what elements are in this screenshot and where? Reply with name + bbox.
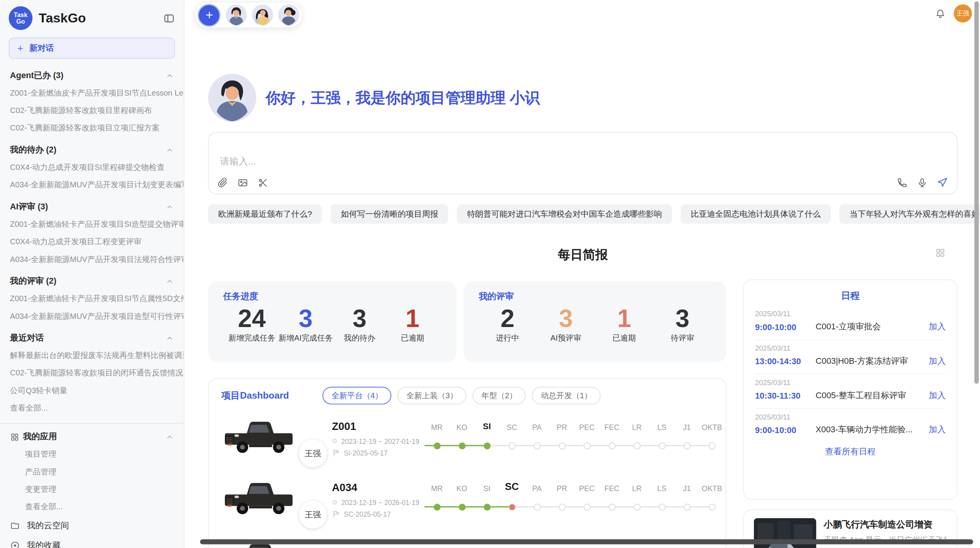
schedule-time: 9:00-10:00: [755, 322, 816, 331]
sidebar-list-item[interactable]: Z001-全新燃油轻卡产品开发项目SI造型提交物评审: [0, 216, 184, 233]
sidebar-toggle-icon[interactable]: [163, 12, 175, 24]
milestone-dot-j1[interactable]: [684, 442, 690, 449]
chevron-up-icon[interactable]: [166, 146, 174, 154]
my-apps-header[interactable]: 我的应用: [0, 428, 184, 446]
milestone-dot-ls[interactable]: [658, 503, 665, 510]
join-button[interactable]: 加入: [929, 424, 946, 435]
assistant-avatar-1[interactable]: [226, 4, 247, 26]
sidebar-list-item[interactable]: A034-全新新能源MUV产品开发项目法规符合性评审: [0, 251, 184, 268]
milestone-dot-sc[interactable]: [509, 442, 516, 449]
add-assistant-button[interactable]: [197, 3, 221, 27]
paperclip-icon: [218, 178, 228, 188]
dashboard-filter-chip[interactable]: 全新平台（4）: [323, 387, 392, 404]
screenshot-button[interactable]: [257, 178, 268, 188]
milestone-dot-oktb[interactable]: [708, 503, 715, 510]
taskgo-logo: Task Go: [9, 6, 33, 30]
milestone-label-j1: J1: [673, 423, 701, 432]
sidebar-list-item[interactable]: 公司Q3轻卡销量: [0, 382, 184, 399]
milestone-dot-fec[interactable]: [608, 503, 615, 510]
milestone-dot-ls[interactable]: [658, 442, 665, 449]
sidebar-group-3-header[interactable]: 我的评审 (2): [0, 272, 184, 290]
milestone-dot-j1[interactable]: [684, 503, 690, 510]
user-avatar[interactable]: 王强: [954, 4, 972, 22]
schedule-name: C005-整车工程目标评审: [816, 390, 929, 401]
sidebar-list-item[interactable]: Z001-全新燃油皮卡产品开发项目SI节点Lesson Learn报告: [0, 84, 184, 102]
assistant-avatar-3[interactable]: [278, 4, 300, 26]
milestone-label-si: SI: [473, 422, 500, 431]
attachment-button[interactable]: [218, 178, 228, 188]
sidebar-list-item[interactable]: Z001-全新燃油轻卡产品开发项目SI节点属性5D文件评审: [0, 290, 184, 307]
milestone-dot-si[interactable]: [483, 442, 490, 449]
new-chat-button[interactable]: 新对话: [9, 38, 175, 59]
milestone-dot-lr[interactable]: [634, 503, 641, 510]
sidebar-list-item[interactable]: C0X4-动力总成开发项目SI里程碑提交物检查: [0, 159, 184, 176]
milestone-dot-si[interactable]: [483, 503, 490, 510]
chevron-up-icon[interactable]: [166, 334, 174, 342]
sidebar-item-cloud-space[interactable]: 我的云空间: [0, 515, 184, 536]
milestone-dot-pec[interactable]: [583, 442, 590, 449]
sidebar-list-item[interactable]: A034-全新新能源MUV产品开发项目造型可行性评审: [0, 307, 184, 325]
recent-chats-header[interactable]: 最近对话: [0, 329, 184, 347]
sidebar-group-0-header[interactable]: Agent已办 (3): [0, 66, 184, 84]
suggestion-chip[interactable]: 如何写一份清晰的项目周报: [331, 204, 449, 224]
project-flag: SC-2025-05-17: [332, 510, 419, 518]
sidebar-list-item[interactable]: 变更管理: [0, 481, 184, 498]
suggestion-chip[interactable]: 当下年轻人对汽车外观有怎样的喜好趋势: [840, 204, 980, 224]
notification-bell-icon[interactable]: [935, 7, 946, 19]
sidebar-list-item[interactable]: C02-飞腾新能源轻客改款项目立项汇报方案: [0, 119, 184, 137]
chat-input[interactable]: [219, 155, 784, 167]
milestone-dot-mr[interactable]: [433, 503, 440, 510]
suggestion-chip[interactable]: 比亚迪全固态电池计划具体说了什么: [681, 204, 831, 224]
milestone-dot-pa[interactable]: [533, 503, 540, 510]
sidebar-list-item[interactable]: 项目管理: [0, 445, 184, 463]
chevron-up-icon[interactable]: [166, 433, 174, 441]
vertical-scrollbar[interactable]: [974, 1, 978, 384]
milestone-dot-ko[interactable]: [458, 442, 465, 449]
dashboard-filter-chip[interactable]: 全新上装（3）: [398, 387, 467, 404]
join-button[interactable]: 加入: [929, 321, 946, 332]
milestone-dot-pa[interactable]: [533, 442, 540, 449]
image-upload-button[interactable]: [238, 178, 248, 188]
star-badge-icon: [10, 541, 20, 548]
suggestion-chip[interactable]: 特朗普可能对进口汽车增税会对中国车企造成哪些影响: [457, 204, 672, 224]
view-all-schedule-link[interactable]: 查看所有日程: [755, 446, 946, 457]
sidebar-list-item[interactable]: 解释最新出台的欧盟报废车法规再生塑料比例被调至15%...: [0, 347, 184, 364]
sidebar-item-favorites[interactable]: 我的收藏: [0, 536, 184, 548]
milestone-dot-pec[interactable]: [583, 503, 590, 510]
milestone-dot-pr[interactable]: [559, 503, 565, 510]
layout-grid-icon[interactable]: [935, 247, 946, 258]
milestone-dot-sc[interactable]: [509, 503, 516, 510]
send-button[interactable]: [937, 177, 948, 188]
view-all-link[interactable]: 查看全部...: [0, 399, 184, 417]
view-all-link[interactable]: 查看全部...: [0, 498, 184, 515]
milestone-dot-oktb[interactable]: [708, 442, 715, 449]
voice-call-button[interactable]: [897, 177, 907, 188]
sidebar-list-item[interactable]: C02-飞腾新能源轻客改款项目里程碑画布: [0, 102, 184, 119]
sidebar-list-item[interactable]: 产品管理: [0, 463, 184, 481]
milestone-dot-mr[interactable]: [433, 442, 440, 449]
milestone-dot-lr[interactable]: [634, 442, 641, 449]
assistant-avatar-2[interactable]: [252, 4, 273, 26]
milestone-dot-pr[interactable]: [559, 442, 565, 449]
join-button[interactable]: 加入: [929, 356, 946, 367]
join-button[interactable]: 加入: [929, 390, 946, 401]
sidebar-list-item[interactable]: C0X4-动力总成开发项目工程变更评审: [0, 233, 184, 250]
project-row[interactable]: 王强Z0012023-12-19 ~ 2027-01-19SI-2025-05-…: [209, 408, 725, 469]
project-row[interactable]: 王强A0342023-12-19 ~ 2026-01-19SC-2025-05-…: [209, 469, 725, 530]
chevron-up-icon[interactable]: [166, 277, 174, 285]
sidebar-list-item[interactable]: C02-飞腾新能源轻客改款项目的闭环通告反馈情况: [0, 364, 184, 382]
milestone-dot-ko[interactable]: [458, 503, 465, 510]
sidebar-list-item[interactable]: A034-全新新能源MUV产品开发项目计划变更表编写: [0, 176, 184, 194]
microphone-button[interactable]: [917, 177, 927, 188]
cloud-space-label: 我的云空间: [27, 520, 69, 531]
dashboard-filter-chip[interactable]: 年型（2）: [473, 387, 526, 404]
sidebar-group-1-header[interactable]: 我的待办 (2): [0, 140, 184, 159]
suggestion-chip[interactable]: 欧洲新规最近颁布了什么?: [208, 204, 322, 224]
milestone-dot-fec[interactable]: [608, 442, 615, 449]
favorites-label: 我的收藏: [27, 540, 60, 548]
dashboard-filter-chip[interactable]: 动总开发（1）: [532, 387, 601, 404]
chevron-up-icon[interactable]: [166, 203, 174, 211]
horizontal-scrollbar[interactable]: [200, 539, 973, 545]
sidebar-group-2-header[interactable]: AI评审 (3): [0, 197, 184, 216]
chevron-up-icon[interactable]: [166, 72, 174, 80]
